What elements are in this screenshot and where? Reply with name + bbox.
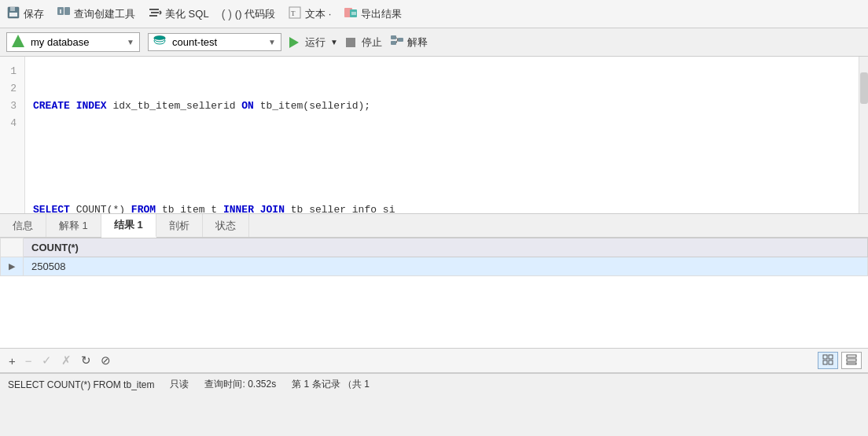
svg-rect-30 bbox=[847, 359, 856, 361]
tab-profile-label: 剖析 bbox=[169, 219, 189, 233]
code-line-1: CREATE INDEX idx_tb_item_sellerid ON tb_… bbox=[33, 98, 851, 115]
save-label: 保存 bbox=[24, 7, 44, 21]
text-label: 文本 · bbox=[305, 7, 331, 21]
line-num-1: 1 bbox=[3, 63, 21, 80]
svg-line-24 bbox=[396, 39, 398, 43]
tab-explain-label: 解释 1 bbox=[59, 219, 88, 233]
status-bar: SELECT COUNT(*) FROM tb_item 只读 查询时间: 0.… bbox=[0, 373, 868, 395]
block-button[interactable]: ⊘ bbox=[98, 353, 113, 368]
svg-rect-25 bbox=[823, 355, 827, 359]
tab-info[interactable]: 信息 bbox=[0, 214, 46, 237]
block-icon: ⊘ bbox=[101, 353, 111, 368]
svg-rect-20 bbox=[391, 35, 396, 39]
line-num-2: 2 bbox=[3, 80, 21, 98]
svg-rect-1 bbox=[10, 7, 15, 11]
explain-button[interactable]: 解释 bbox=[390, 35, 428, 50]
tab-info-label: 信息 bbox=[13, 219, 33, 233]
query-file-selector[interactable]: count-test ▼ bbox=[148, 33, 281, 51]
query-file-name: count-test bbox=[172, 36, 217, 48]
text-button[interactable]: T 文本 · bbox=[288, 6, 331, 22]
code-editor[interactable]: CREATE INDEX idx_tb_item_sellerid ON tb_… bbox=[25, 57, 859, 213]
status-query-text: SELECT COUNT(*) FROM tb_item bbox=[8, 379, 154, 390]
code-icon: ( ) bbox=[222, 8, 232, 20]
export-icon bbox=[344, 6, 358, 22]
editor-area: 1 2 3 4 CREATE INDEX idx_tb_item_selleri… bbox=[0, 57, 868, 214]
query-tool-label: 查询创建工具 bbox=[74, 7, 135, 21]
beautify-sql-button[interactable]: 美化 SQL bbox=[148, 6, 209, 22]
tab-status[interactable]: 状态 bbox=[203, 214, 249, 237]
svg-rect-27 bbox=[823, 360, 827, 364]
code-line-3: SELECT COUNT(*) FROM tb_item t INNER JOI… bbox=[33, 201, 851, 213]
editor-scrollbar-thumb[interactable] bbox=[860, 72, 868, 104]
run-label: 运行 bbox=[305, 35, 326, 50]
add-icon: + bbox=[9, 354, 16, 368]
svg-rect-14 bbox=[350, 9, 357, 17]
toolbar: 保存 查询创建工具 美化 SQL ( ) () 代码段 bbox=[0, 0, 868, 28]
table-row[interactable]: ▶ 250508 bbox=[1, 257, 868, 276]
tab-status-label: 状态 bbox=[215, 219, 236, 233]
code-snippet-button[interactable]: ( ) () 代码段 bbox=[222, 7, 276, 21]
row-indicator-header bbox=[1, 238, 24, 257]
stop-icon bbox=[346, 38, 355, 47]
svg-rect-2 bbox=[9, 13, 17, 17]
beautify-icon bbox=[148, 6, 162, 22]
database-selector[interactable]: my database ▼ bbox=[6, 32, 140, 52]
list-icon bbox=[846, 354, 857, 368]
beautify-sql-label: 美化 SQL bbox=[165, 7, 209, 21]
tab-result-label: 结果 1 bbox=[114, 218, 143, 232]
result-table-area: COUNT(*) ▶ 250508 bbox=[0, 238, 868, 348]
cancel-button[interactable]: ✗ bbox=[59, 353, 74, 368]
code-snippet-label: () 代码段 bbox=[235, 7, 275, 21]
explain-icon bbox=[390, 35, 404, 50]
svg-rect-4 bbox=[64, 7, 70, 15]
stop-label: 停止 bbox=[362, 35, 382, 50]
stop-button[interactable]: 停止 bbox=[346, 35, 382, 50]
save-button[interactable]: 保存 bbox=[6, 6, 44, 22]
remove-icon: − bbox=[25, 354, 32, 368]
export-label: 导出结果 bbox=[361, 7, 402, 21]
database-dropdown-arrow: ▼ bbox=[127, 38, 134, 46]
status-record-info: 第 1 条记录 （共 1 bbox=[292, 378, 370, 391]
query-tool-button[interactable]: 查询创建工具 bbox=[57, 6, 135, 22]
grid-icon bbox=[822, 354, 833, 368]
database-name: my database bbox=[31, 36, 89, 48]
explain-label: 解释 bbox=[407, 35, 428, 50]
run-dropdown-arrow: ▼ bbox=[330, 38, 338, 46]
export-button[interactable]: 导出结果 bbox=[344, 6, 402, 22]
text-icon: T bbox=[288, 6, 302, 22]
tab-result[interactable]: 结果 1 bbox=[101, 214, 156, 238]
result-table: COUNT(*) ▶ 250508 bbox=[0, 238, 868, 276]
add-record-button[interactable]: + bbox=[6, 354, 18, 368]
line-num-4: 4 bbox=[3, 115, 21, 132]
db-bar: my database ▼ count-test ▼ 运行 ▼ 停止 bbox=[0, 28, 868, 57]
tab-explain[interactable]: 解释 1 bbox=[46, 214, 101, 237]
tab-profile[interactable]: 剖析 bbox=[156, 214, 203, 237]
column-header-count: COUNT(*) bbox=[24, 238, 868, 257]
svg-rect-21 bbox=[391, 41, 396, 45]
editor-scrollbar[interactable] bbox=[859, 57, 868, 213]
action-bar: + − ✓ ✗ ↻ ⊘ bbox=[0, 348, 868, 373]
save-icon bbox=[6, 6, 20, 22]
svg-rect-26 bbox=[829, 355, 833, 359]
cell-count-value: 250508 bbox=[24, 257, 868, 276]
refresh-button[interactable]: ↻ bbox=[79, 353, 94, 368]
svg-rect-28 bbox=[829, 360, 833, 364]
line-numbers: 1 2 3 4 bbox=[0, 57, 25, 213]
svg-line-10 bbox=[160, 11, 161, 13]
view-buttons bbox=[818, 352, 862, 369]
svg-line-23 bbox=[396, 38, 398, 40]
svg-rect-22 bbox=[398, 38, 403, 42]
result-tabs: 信息 解释 1 结果 1 剖析 状态 bbox=[0, 214, 868, 238]
list-view-button[interactable] bbox=[841, 352, 862, 369]
query-file-icon bbox=[153, 35, 166, 49]
run-icon bbox=[289, 37, 299, 48]
remove-record-button[interactable]: − bbox=[23, 354, 35, 368]
line-num-3: 3 bbox=[3, 98, 21, 115]
run-button[interactable]: 运行 ▼ bbox=[289, 35, 338, 50]
status-readonly: 只读 bbox=[170, 378, 189, 391]
confirm-button[interactable]: ✓ bbox=[39, 353, 54, 368]
query-file-dropdown-arrow: ▼ bbox=[268, 38, 276, 46]
check-icon: ✓ bbox=[42, 353, 52, 368]
grid-view-button[interactable] bbox=[818, 352, 838, 369]
db-leaf-icon bbox=[12, 35, 24, 50]
